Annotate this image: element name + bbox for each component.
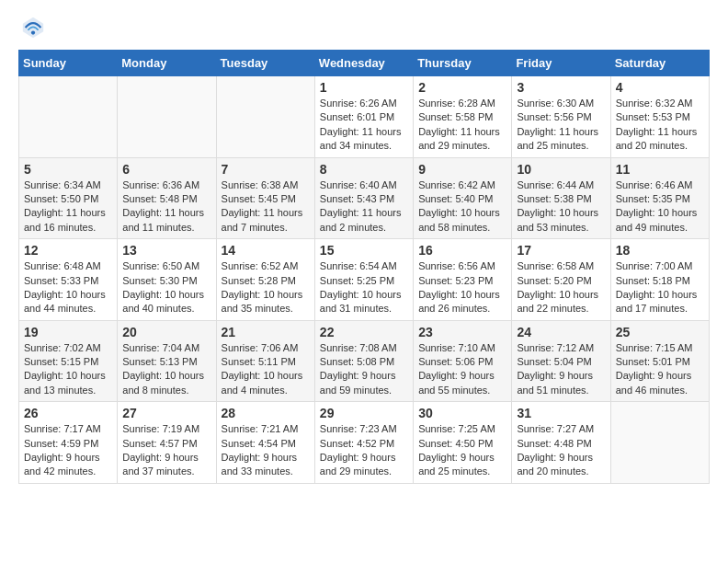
page: SundayMondayTuesdayWednesdayThursdayFrid…	[0, 0, 728, 499]
day-info: Sunrise: 7:04 AM Sunset: 5:13 PM Dayligh…	[122, 341, 210, 398]
week-row-5: 26Sunrise: 7:17 AM Sunset: 4:59 PM Dayli…	[19, 402, 710, 484]
day-cell: 4Sunrise: 6:32 AM Sunset: 5:53 PM Daylig…	[610, 76, 709, 158]
week-row-4: 19Sunrise: 7:02 AM Sunset: 5:15 PM Dayli…	[19, 320, 710, 402]
day-number: 28	[222, 406, 310, 420]
day-number: 25	[616, 325, 704, 339]
day-info: Sunrise: 6:38 AM Sunset: 5:45 PM Dayligh…	[222, 178, 310, 236]
svg-point-1	[31, 31, 35, 35]
day-cell	[118, 76, 216, 158]
day-cell: 31Sunrise: 7:27 AM Sunset: 4:48 PM Dayli…	[512, 402, 610, 484]
day-cell: 7Sunrise: 6:38 AM Sunset: 5:45 PM Daylig…	[216, 157, 314, 239]
day-number: 1	[320, 80, 408, 95]
day-number: 26	[24, 406, 112, 420]
day-cell: 12Sunrise: 6:48 AM Sunset: 5:33 PM Dayli…	[19, 239, 118, 321]
day-info: Sunrise: 7:21 AM Sunset: 4:54 PM Dayligh…	[222, 422, 310, 479]
day-number: 9	[418, 162, 506, 177]
day-cell: 5Sunrise: 6:34 AM Sunset: 5:50 PM Daylig…	[19, 157, 118, 239]
day-cell: 2Sunrise: 6:28 AM Sunset: 5:58 PM Daylig…	[414, 76, 512, 158]
day-number: 5	[24, 162, 112, 177]
day-number: 14	[222, 243, 310, 258]
calendar-header: SundayMondayTuesdayWednesdayThursdayFrid…	[19, 51, 710, 76]
day-info: Sunrise: 7:10 AM Sunset: 5:06 PM Dayligh…	[418, 341, 506, 398]
day-cell: 15Sunrise: 6:54 AM Sunset: 5:25 PM Dayli…	[314, 239, 413, 321]
day-info: Sunrise: 6:42 AM Sunset: 5:40 PM Dayligh…	[418, 178, 506, 236]
day-number: 29	[320, 406, 408, 420]
day-cell: 24Sunrise: 7:12 AM Sunset: 5:04 PM Dayli…	[512, 320, 610, 402]
day-cell: 3Sunrise: 6:30 AM Sunset: 5:56 PM Daylig…	[512, 76, 610, 158]
header-cell-friday: Friday	[512, 51, 610, 76]
header-cell-monday: Monday	[118, 51, 216, 76]
day-cell: 14Sunrise: 6:52 AM Sunset: 5:28 PM Dayli…	[216, 239, 314, 321]
day-info: Sunrise: 6:54 AM Sunset: 5:25 PM Dayligh…	[320, 259, 408, 316]
day-number: 15	[320, 243, 408, 258]
day-info: Sunrise: 6:26 AM Sunset: 6:01 PM Dayligh…	[320, 97, 408, 154]
day-info: Sunrise: 7:02 AM Sunset: 5:15 PM Dayligh…	[24, 341, 112, 398]
day-cell: 20Sunrise: 7:04 AM Sunset: 5:13 PM Dayli…	[118, 320, 216, 402]
day-info: Sunrise: 7:08 AM Sunset: 5:08 PM Dayligh…	[320, 341, 408, 398]
day-cell: 6Sunrise: 6:36 AM Sunset: 5:48 PM Daylig…	[118, 157, 216, 239]
day-info: Sunrise: 7:00 AM Sunset: 5:18 PM Dayligh…	[616, 259, 704, 316]
day-cell: 13Sunrise: 6:50 AM Sunset: 5:30 PM Dayli…	[118, 239, 216, 321]
day-number: 12	[24, 243, 112, 258]
header-cell-tuesday: Tuesday	[216, 51, 314, 76]
day-number: 18	[616, 243, 704, 258]
week-row-2: 5Sunrise: 6:34 AM Sunset: 5:50 PM Daylig…	[19, 157, 710, 239]
day-cell: 19Sunrise: 7:02 AM Sunset: 5:15 PM Dayli…	[19, 320, 118, 402]
day-cell: 11Sunrise: 6:46 AM Sunset: 5:35 PM Dayli…	[610, 157, 709, 239]
logo	[18, 15, 46, 40]
day-info: Sunrise: 6:56 AM Sunset: 5:23 PM Dayligh…	[418, 259, 506, 316]
calendar-table: SundayMondayTuesdayWednesdayThursdayFrid…	[18, 50, 710, 484]
day-info: Sunrise: 7:25 AM Sunset: 4:50 PM Dayligh…	[418, 422, 506, 479]
day-number: 13	[122, 243, 210, 258]
day-cell: 10Sunrise: 6:44 AM Sunset: 5:38 PM Dayli…	[512, 157, 610, 239]
day-cell: 27Sunrise: 7:19 AM Sunset: 4:57 PM Dayli…	[118, 402, 216, 484]
day-cell: 21Sunrise: 7:06 AM Sunset: 5:11 PM Dayli…	[216, 320, 314, 402]
day-cell: 25Sunrise: 7:15 AM Sunset: 5:01 PM Dayli…	[610, 320, 709, 402]
day-cell: 22Sunrise: 7:08 AM Sunset: 5:08 PM Dayli…	[314, 320, 413, 402]
day-number: 16	[418, 243, 506, 258]
day-cell: 9Sunrise: 6:42 AM Sunset: 5:40 PM Daylig…	[414, 157, 512, 239]
logo-icon	[20, 15, 46, 40]
day-info: Sunrise: 7:27 AM Sunset: 4:48 PM Dayligh…	[517, 422, 605, 479]
day-info: Sunrise: 7:23 AM Sunset: 4:52 PM Dayligh…	[320, 422, 408, 479]
day-cell: 8Sunrise: 6:40 AM Sunset: 5:43 PM Daylig…	[314, 157, 413, 239]
day-cell: 26Sunrise: 7:17 AM Sunset: 4:59 PM Dayli…	[19, 402, 118, 484]
day-cell: 1Sunrise: 6:26 AM Sunset: 6:01 PM Daylig…	[314, 76, 413, 158]
day-info: Sunrise: 7:06 AM Sunset: 5:11 PM Dayligh…	[222, 341, 310, 398]
day-number: 19	[24, 325, 112, 339]
day-cell: 17Sunrise: 6:58 AM Sunset: 5:20 PM Dayli…	[512, 239, 610, 321]
day-info: Sunrise: 6:32 AM Sunset: 5:53 PM Dayligh…	[616, 97, 704, 154]
calendar-body: 1Sunrise: 6:26 AM Sunset: 6:01 PM Daylig…	[19, 76, 710, 484]
day-number: 7	[222, 162, 310, 177]
day-cell	[19, 76, 118, 158]
day-cell: 30Sunrise: 7:25 AM Sunset: 4:50 PM Dayli…	[414, 402, 512, 484]
day-info: Sunrise: 7:17 AM Sunset: 4:59 PM Dayligh…	[24, 422, 112, 479]
day-number: 31	[517, 406, 605, 420]
day-info: Sunrise: 7:19 AM Sunset: 4:57 PM Dayligh…	[122, 422, 210, 479]
day-number: 4	[616, 80, 704, 95]
day-info: Sunrise: 7:15 AM Sunset: 5:01 PM Dayligh…	[616, 341, 704, 398]
day-info: Sunrise: 6:36 AM Sunset: 5:48 PM Dayligh…	[122, 178, 210, 236]
day-number: 22	[320, 325, 408, 339]
day-cell: 18Sunrise: 7:00 AM Sunset: 5:18 PM Dayli…	[610, 239, 709, 321]
day-cell	[216, 76, 314, 158]
day-cell: 29Sunrise: 7:23 AM Sunset: 4:52 PM Dayli…	[314, 402, 413, 484]
day-number: 10	[517, 162, 605, 177]
day-cell	[610, 402, 709, 484]
day-info: Sunrise: 6:28 AM Sunset: 5:58 PM Dayligh…	[418, 97, 506, 154]
day-info: Sunrise: 6:30 AM Sunset: 5:56 PM Dayligh…	[517, 97, 605, 154]
header-row: SundayMondayTuesdayWednesdayThursdayFrid…	[19, 51, 710, 76]
day-number: 11	[616, 162, 704, 177]
header-cell-sunday: Sunday	[19, 51, 118, 76]
day-number: 30	[418, 406, 506, 420]
day-info: Sunrise: 7:12 AM Sunset: 5:04 PM Dayligh…	[517, 341, 605, 398]
header	[18, 15, 710, 40]
day-info: Sunrise: 6:44 AM Sunset: 5:38 PM Dayligh…	[517, 178, 605, 236]
header-cell-saturday: Saturday	[610, 51, 709, 76]
header-cell-thursday: Thursday	[414, 51, 512, 76]
day-number: 23	[418, 325, 506, 339]
day-cell: 28Sunrise: 7:21 AM Sunset: 4:54 PM Dayli…	[216, 402, 314, 484]
day-number: 2	[418, 80, 506, 95]
day-info: Sunrise: 6:52 AM Sunset: 5:28 PM Dayligh…	[222, 259, 310, 316]
day-info: Sunrise: 6:34 AM Sunset: 5:50 PM Dayligh…	[24, 178, 112, 236]
